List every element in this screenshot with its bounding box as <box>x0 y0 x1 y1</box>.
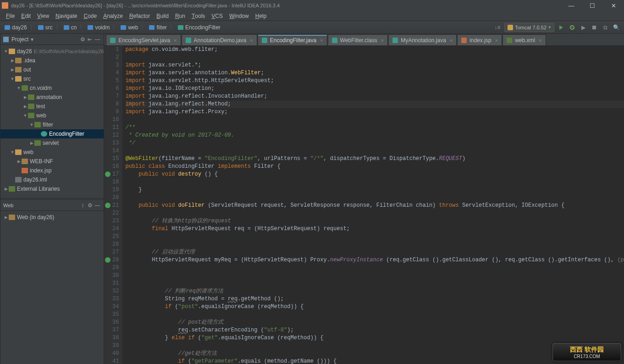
run-config-selector[interactable]: Tomcat 7.0.52 ▾ <box>504 23 554 32</box>
line-number[interactable]: 34 <box>106 303 119 311</box>
code-content[interactable]: package cn.voidm.web.filter;import javax… <box>122 46 624 364</box>
hide-icon[interactable]: — <box>94 36 101 43</box>
line-number[interactable]: 5 <box>106 77 119 85</box>
tree-item[interactable]: ▼cn.voidm <box>0 83 104 93</box>
line-number[interactable]: 15 <box>106 155 119 163</box>
gutter-mark-icon[interactable] <box>105 203 110 208</box>
editor-tab[interactable]: WebFilter.class× <box>328 34 388 45</box>
chevron-down-icon[interactable]: ▼ <box>22 113 28 118</box>
maximize-button[interactable]: ☐ <box>582 0 603 11</box>
breadcrumb-item[interactable]: voidm <box>86 24 111 31</box>
code-line[interactable]: import java.lang.reflect.Proxy; <box>125 108 624 116</box>
web-panel-header[interactable]: Web ↕ ⚙ — <box>0 200 104 211</box>
close-tab-icon[interactable]: × <box>539 38 541 43</box>
collapse-icon[interactable]: ⚙ <box>86 202 94 209</box>
code-line[interactable]: // 启动设置代理 <box>125 248 624 256</box>
code-line[interactable] <box>125 54 624 61</box>
tree-item[interactable]: ▼src <box>0 74 104 83</box>
line-number[interactable]: 25 <box>106 233 119 241</box>
code-line[interactable] <box>125 116 624 124</box>
chevron-down-icon[interactable]: ▼ <box>3 49 9 54</box>
code-line[interactable]: * Created by void on 2017-02-09. <box>125 132 624 139</box>
line-number[interactable]: 30 <box>106 272 119 280</box>
tree-item[interactable]: ▶out <box>0 65 104 74</box>
code-line[interactable]: final HttpServletRequest req = (HttpServ… <box>125 225 624 233</box>
gutter-mark-icon[interactable] <box>105 257 110 263</box>
stop-button[interactable] <box>590 23 598 32</box>
code-line[interactable] <box>125 233 624 241</box>
line-number[interactable]: 17 <box>106 171 119 178</box>
code-line[interactable] <box>125 194 624 202</box>
editor-tab[interactable]: AnnotationDemo.java× <box>182 34 257 45</box>
line-number[interactable]: 16 <box>106 163 119 171</box>
project-tree[interactable]: ▼day26E:\ItSoft\WorkPlace\Idea\day26▶.id… <box>0 45 104 198</box>
collapse-all-icon[interactable]: ⇤ <box>86 36 94 43</box>
chevron-down-icon[interactable]: ▾ <box>28 36 36 43</box>
gear-icon[interactable]: ↕ <box>79 202 86 209</box>
menu-build[interactable]: Build <box>153 11 172 21</box>
code-line[interactable]: String reqMethod = req.getMethod (); <box>125 295 624 303</box>
line-number[interactable]: 4 <box>106 69 119 77</box>
line-number[interactable]: 18 <box>106 178 119 186</box>
code-line[interactable]: if ("getParameter".equals (method.getNam… <box>125 358 624 364</box>
menu-window[interactable]: Window <box>226 11 252 21</box>
tree-item[interactable]: day26.iml <box>0 175 104 184</box>
code-line[interactable]: import java.io.IOException; <box>125 85 624 93</box>
line-number[interactable]: 28 <box>106 256 119 264</box>
gutter[interactable]: 1234567891011121314151617181920212223242… <box>104 46 122 364</box>
line-number[interactable]: 9 <box>106 108 119 116</box>
editor-tab[interactable]: index.jsp× <box>457 34 502 45</box>
editor-tab[interactable]: web.xml× <box>503 34 546 45</box>
line-number[interactable]: 38 <box>106 334 119 342</box>
line-number[interactable]: 22 <box>106 210 119 217</box>
chevron-right-icon[interactable]: ▶ <box>10 58 15 63</box>
tree-item[interactable]: ▶.idea <box>0 56 104 65</box>
menu-view[interactable]: View <box>34 11 52 21</box>
run-with-coverage-button[interactable]: ▶ <box>579 23 587 32</box>
breadcrumb-item[interactable]: web <box>119 24 140 31</box>
code-line[interactable]: // 转换为http协议的request <box>125 217 624 225</box>
line-number[interactable]: 14 <box>106 147 119 155</box>
web-tree-item[interactable]: ▶ Web (in day26) <box>0 213 104 222</box>
line-number[interactable]: 2 <box>106 54 119 61</box>
tree-item[interactable]: ▶annotation <box>0 93 104 102</box>
chevron-right-icon[interactable]: ▶ <box>22 95 28 99</box>
line-number[interactable]: 31 <box>106 280 119 287</box>
menu-code[interactable]: Code <box>80 11 100 21</box>
line-number[interactable]: 36 <box>106 319 119 326</box>
code-editor[interactable]: 1234567891011121314151617181920212223242… <box>104 46 624 364</box>
tree-item[interactable]: ▶servlet <box>0 138 104 148</box>
minimize-button[interactable]: — <box>561 0 582 11</box>
code-line[interactable]: import javax.servlet.annotation.WebFilte… <box>125 69 624 77</box>
close-tab-icon[interactable]: × <box>174 38 177 43</box>
menu-vcs[interactable]: VCS <box>208 11 226 21</box>
tree-item[interactable]: ▼day26E:\ItSoft\WorkPlace\Idea\day26 <box>0 47 104 56</box>
editor-tab[interactable]: EncodingServlet.java× <box>106 34 181 45</box>
chevron-down-icon[interactable]: ▼ <box>10 77 15 81</box>
close-tab-icon[interactable]: × <box>250 38 253 43</box>
chevron-down-icon[interactable]: ▼ <box>16 86 22 90</box>
editor-tab[interactable]: EncodingFilter.java× <box>258 34 327 45</box>
web-tree[interactable]: ▶ Web (in day26) <box>0 211 104 364</box>
close-button[interactable]: ✕ <box>603 0 624 11</box>
breadcrumb-item[interactable]: src <box>36 24 55 31</box>
tree-item[interactable]: ▶External Libraries <box>0 184 104 193</box>
code-line[interactable]: import javax.servlet.*; <box>125 61 624 69</box>
chevron-right-icon[interactable]: ▶ <box>3 215 9 220</box>
chevron-right-icon[interactable]: ▶ <box>10 67 15 72</box>
line-number[interactable]: 13 <box>106 139 119 147</box>
tree-item[interactable]: index.jsp <box>0 166 104 175</box>
code-line[interactable] <box>125 280 624 287</box>
line-number[interactable]: 40 <box>106 350 119 358</box>
project-structure-button[interactable]: ⧉ <box>601 23 609 32</box>
menu-run[interactable]: Run <box>172 11 188 21</box>
close-tab-icon[interactable]: × <box>495 38 498 43</box>
menu-refactor[interactable]: Refactor <box>126 11 153 21</box>
code-line[interactable]: public void doFilter (ServletRequest req… <box>125 202 624 210</box>
code-line[interactable] <box>125 210 624 217</box>
code-line[interactable] <box>125 264 624 272</box>
breadcrumb-item[interactable]: filter <box>147 24 169 31</box>
line-number[interactable]: 3 <box>106 61 119 69</box>
menu-edit[interactable]: Edit <box>18 11 34 21</box>
code-line[interactable]: public void destroy () { <box>125 171 624 178</box>
